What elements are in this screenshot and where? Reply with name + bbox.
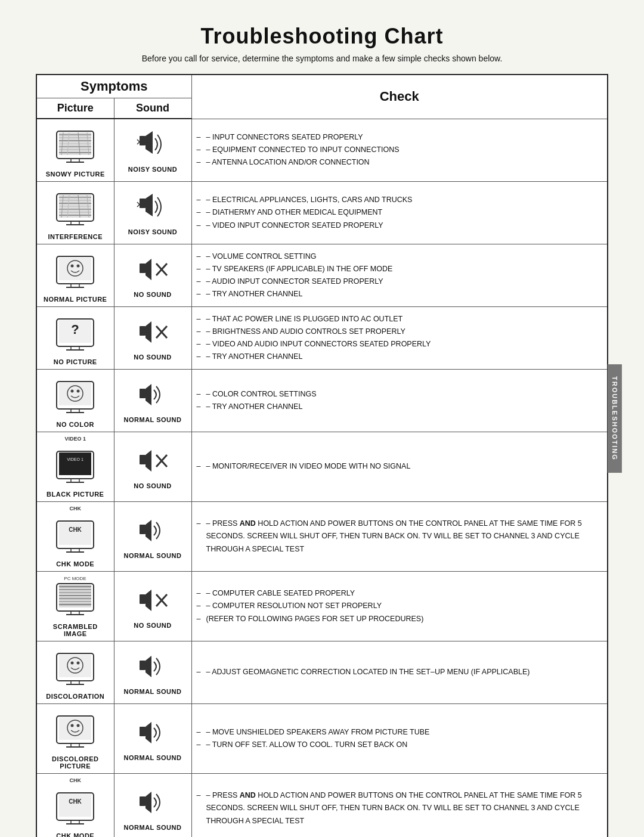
check-text: – MOVE UNSHIELDED SPEAKERS AWAY FROM PIC… [197, 726, 603, 752]
svg-text:VIDEO 1: VIDEO 1 [67, 457, 83, 461]
subtitle: Before you call for service, determine t… [36, 54, 608, 63]
sound-header: Sound [114, 98, 191, 119]
check-cell: – ADJUST GEOMAGNETIC CORRECTION LOCATED … [191, 641, 608, 704]
check-cell: – COMPUTER CABLE SEATED PROPERLY– COMPUT… [191, 572, 608, 641]
check-text: – THAT AC POWER LINE IS PLUGGED INTO AC … [197, 313, 603, 364]
svg-point-103 [77, 724, 80, 727]
svg-rect-33 [140, 199, 145, 208]
picture-label: SCRAMBLED IMAGE [42, 623, 109, 637]
sound-cell: NORMAL SOUND [114, 774, 191, 838]
sound-label: NOISY SOUND [119, 166, 187, 173]
table-row: NO COLOR NORMAL SOUND– COLOR CONTROL SET… [36, 370, 608, 432]
svg-point-57 [71, 390, 74, 393]
sound-cell: NO SOUND [114, 244, 191, 307]
table-row: PC MODE SCRAMBLED IMAGE NO SOUND– COMPUT… [36, 572, 608, 641]
sound-cell: NOISY SOUND [114, 119, 191, 182]
picture-label: CHK MODE [42, 832, 109, 837]
table-row: DISCOLORED PICTURE NORMAL SOUND– MOVE UN… [36, 704, 608, 774]
sound-label: NORMAL SOUND [119, 754, 187, 761]
troubleshooting-table: Symptoms Check Picture Sound [36, 74, 608, 837]
svg-text:CHK: CHK [69, 798, 82, 805]
sound-cell: NO SOUND [114, 572, 191, 641]
sound-label: NORMAL SOUND [119, 688, 187, 695]
check-text: – MONITOR/RECEIVER IN VIDEO MODE WITH NO… [197, 460, 603, 473]
svg-point-58 [77, 390, 80, 393]
table-row: NORMAL PICTURE NO SOUND– VOLUME CONTROL … [36, 244, 608, 307]
check-cell: – MONITOR/RECEIVER IN VIDEO MODE WITH NO… [191, 432, 608, 502]
table-row: CHK CHK CHK MODE NORMAL SOUND– PRESS AND… [36, 502, 608, 572]
check-cell: – THAT AC POWER LINE IS PLUGGED INTO AC … [191, 307, 608, 370]
svg-line-35 [137, 204, 140, 207]
picture-cell: ? NO PICTURE [36, 307, 114, 370]
svg-point-95 [77, 662, 80, 665]
picture-cell: CHK CHK CHK MODE [36, 502, 114, 572]
table-row: ? NO PICTURE NO SOUND– THAT AC POWER LIN… [36, 307, 608, 370]
svg-line-16 [137, 140, 140, 142]
svg-rect-43 [140, 264, 145, 273]
svg-line-17 [137, 142, 140, 144]
picture-cell: DISCOLORED PICTURE [36, 704, 114, 774]
picture-cell: CHK CHK CHK MODE [36, 774, 114, 838]
table-row: DISCOLORATION NORMAL SOUND– ADJUST GEOMA… [36, 641, 608, 704]
picture-cell: NO COLOR [36, 370, 114, 432]
picture-cell: PC MODE SCRAMBLED IMAGE [36, 572, 114, 641]
sound-cell: NO SOUND [114, 432, 191, 502]
sound-label: NO SOUND [119, 354, 187, 361]
check-cell: – COLOR CONTROL SETTINGS– TRY ANOTHER CH… [191, 370, 608, 432]
sound-label: NO SOUND [119, 291, 187, 298]
svg-rect-75 [140, 525, 145, 534]
sound-label: NORMAL SOUND [119, 552, 187, 559]
page-title: Troubleshooting Chart [36, 24, 608, 49]
check-cell: – PRESS AND HOLD ACTION AND POWER BUTTON… [191, 502, 608, 572]
check-text: – ADJUST GEOMAGNETIC CORRECTION LOCATED … [197, 666, 603, 678]
svg-rect-106 [140, 727, 145, 736]
picture-label: INTERFERENCE [42, 233, 109, 240]
svg-point-102 [71, 724, 74, 727]
svg-text:?: ? [72, 322, 79, 337]
check-header: Check [191, 75, 608, 119]
svg-rect-112 [140, 796, 145, 806]
svg-rect-63 [59, 452, 91, 475]
header-row: Symptoms Check [36, 75, 608, 98]
check-text: – ELECTRICAL APPLIANCES, LIGHTS, CARS AN… [197, 194, 603, 232]
check-cell: – ELECTRICAL APPLIANCES, LIGHTS, CARS AN… [191, 182, 608, 244]
check-text: – INPUT CONNECTORS SEATED PROPERLY– EQUI… [197, 131, 603, 169]
svg-rect-108 [59, 794, 91, 817]
svg-point-94 [71, 662, 74, 665]
check-cell: – MOVE UNSHIELDED SPEAKERS AWAY FROM PIC… [191, 704, 608, 774]
table-row: CHK CHK CHK MODE NORMAL SOUND– PRESS AND… [36, 774, 608, 838]
check-text: – PRESS AND HOLD ACTION AND POWER BUTTON… [197, 517, 603, 556]
svg-rect-71 [59, 522, 91, 545]
sound-label: NO SOUND [119, 622, 187, 629]
picture-label: SNOWY PICTURE [42, 170, 109, 178]
svg-line-34 [137, 202, 140, 204]
picture-label: CHK MODE [42, 560, 109, 568]
sound-cell: NORMAL SOUND [114, 502, 191, 572]
sound-label: NORMAL SOUND [119, 824, 187, 831]
picture-label: DISCOLORED PICTURE [42, 755, 109, 770]
symptoms-header: Symptoms [36, 75, 191, 98]
picture-label: NO COLOR [42, 421, 109, 428]
picture-label: NORMAL PICTURE [42, 296, 109, 303]
page-container: Troubleshooting Chart Before you call fo… [36, 24, 608, 837]
check-cell: – VOLUME CONTROL SETTING– TV SPEAKERS (I… [191, 244, 608, 307]
svg-point-39 [71, 265, 74, 268]
check-cell: – PRESS AND HOLD ACTION AND POWER BUTTON… [191, 774, 608, 838]
svg-rect-67 [140, 455, 145, 464]
svg-rect-15 [140, 136, 145, 145]
svg-text:PC MODE: PC MODE [64, 576, 86, 581]
svg-rect-61 [140, 389, 145, 398]
picture-label: DISCOLORATION [42, 693, 109, 700]
picture-label: NO PICTURE [42, 358, 109, 365]
picture-header: Picture [36, 98, 114, 119]
sound-cell: NORMAL SOUND [114, 370, 191, 432]
sound-label: NO SOUND [119, 482, 187, 489]
sound-cell: NO SOUND [114, 307, 191, 370]
sound-cell: NORMAL SOUND [114, 641, 191, 704]
svg-point-40 [77, 265, 80, 268]
sound-label: NOISY SOUND [119, 228, 187, 235]
svg-rect-51 [140, 326, 145, 336]
sound-label: NORMAL SOUND [119, 416, 187, 423]
svg-rect-98 [140, 661, 145, 670]
sound-cell: NOISY SOUND [114, 182, 191, 244]
